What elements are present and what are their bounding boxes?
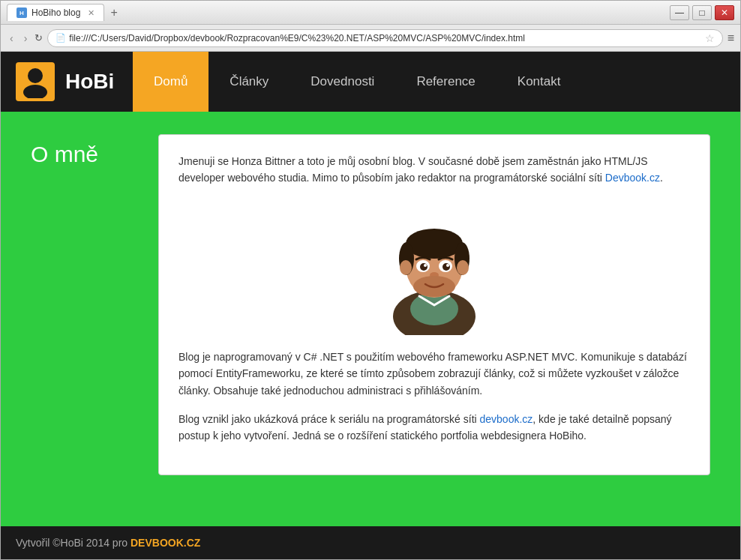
svg-point-9 — [400, 260, 412, 275]
intro-text-start: Jmenuji se Honza Bittner a toto je můj o… — [178, 155, 648, 184]
svg-point-0 — [28, 68, 43, 83]
nav-item-reference[interactable]: Reference — [395, 52, 496, 112]
address-bar: ‹ › ↻ 📄 file:///C:/Users/David/Dropbox/d… — [1, 25, 740, 52]
site-title: HoBi — [65, 70, 125, 94]
section-title: O mně — [31, 134, 136, 167]
avatar-container — [178, 200, 690, 335]
devbook-link-intro[interactable]: Devbook.cz — [605, 172, 660, 184]
footer-text: Vytvořil ©HoBi 2014 pro DEVBOOK.CZ — [16, 537, 200, 549]
blog-paragraph-1: Blog je naprogramovaný v C# .NET s použi… — [178, 349, 690, 399]
site-logo-area: HoBi — [16, 62, 125, 101]
svg-point-16 — [446, 264, 449, 267]
nav-item-dovednosti[interactable]: Dovednosti — [290, 52, 395, 112]
maximize-button[interactable]: □ — [692, 5, 712, 20]
nav-item-clanky[interactable]: Články — [208, 52, 290, 112]
nav-items: Domů Články Dovednosti Reference Kontakt — [133, 52, 581, 112]
back-button[interactable]: ‹ — [7, 31, 16, 46]
svg-point-15 — [424, 264, 427, 267]
svg-point-13 — [420, 263, 428, 271]
minimize-button[interactable]: — — [670, 5, 689, 20]
intro-text-end: . — [660, 172, 663, 184]
tab-title: HoBiho blog — [32, 7, 80, 18]
url-text: file:///C:/Users/David/Dropbox/devbook/R… — [69, 33, 701, 43]
devbook-link-main[interactable]: devbook.cz — [480, 413, 533, 425]
svg-point-14 — [442, 263, 450, 271]
site-navigation: HoBi Domů Články Dovednosti Reference Ko… — [1, 52, 740, 112]
svg-point-6 — [406, 229, 463, 259]
nav-item-kontakt[interactable]: Kontakt — [496, 52, 582, 112]
tab-close-btn[interactable]: ✕ — [88, 8, 94, 18]
browser-tab[interactable]: H HoBiho blog ✕ — [7, 4, 104, 21]
cartoon-avatar-image — [378, 200, 490, 335]
blog-paragraph-2: Blog vznikl jako ukázková práce k seriál… — [178, 411, 690, 445]
url-bar[interactable]: 📄 file:///C:/Users/David/Dropbox/devbook… — [47, 29, 722, 47]
close-button[interactable]: ✕ — [715, 5, 734, 20]
intro-paragraph: Jmenuji se Honza Bittner a toto je můj o… — [178, 153, 690, 187]
refresh-button[interactable]: ↻ — [34, 32, 43, 43]
svg-point-10 — [457, 260, 469, 275]
svg-point-1 — [23, 85, 47, 98]
window-controls: — □ ✕ — [670, 5, 734, 20]
url-file-icon: 📄 — [56, 33, 66, 43]
content-box: Jmenuji se Honza Bittner a toto je můj o… — [158, 134, 710, 475]
new-tab-button[interactable]: + — [107, 6, 120, 19]
site-footer: Vytvořil ©HoBi 2014 pro DEVBOOK.CZ — [1, 526, 740, 559]
nav-item-domu[interactable]: Domů — [133, 52, 208, 112]
bookmark-star-icon[interactable]: ☆ — [705, 32, 715, 44]
website-content: HoBi Domů Články Dovednosti Reference Ko… — [1, 52, 740, 559]
main-content-area: O mně Jmenuji se Honza Bittner a toto je… — [1, 112, 740, 526]
site-avatar-icon — [16, 62, 55, 101]
forward-button[interactable]: › — [21, 31, 31, 46]
browser-menu-button[interactable]: ≡ — [728, 31, 734, 45]
tab-favicon: H — [16, 7, 27, 18]
title-bar: H HoBiho blog ✕ + — □ ✕ — [1, 1, 740, 25]
footer-devbook-link[interactable]: DEVBOOK.CZ — [130, 537, 200, 549]
